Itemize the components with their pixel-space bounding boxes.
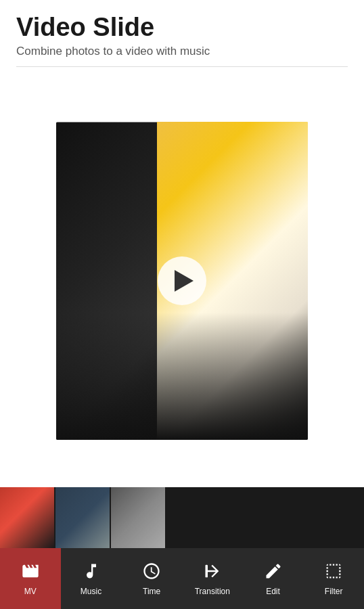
tool-time[interactable]: Time — [121, 548, 182, 609]
tool-filter[interactable]: Filter — [303, 548, 364, 609]
tool-transition[interactable]: Transition — [182, 548, 243, 609]
thumbnail-strip — [0, 487, 364, 548]
video-container — [0, 75, 364, 487]
tool-mv[interactable]: MV — [0, 548, 61, 609]
edit-icon — [264, 562, 283, 583]
thumb-inner-1 — [0, 487, 54, 548]
header-divider — [16, 66, 348, 67]
play-icon — [175, 270, 194, 292]
filter-icon — [324, 562, 343, 583]
video-player[interactable] — [56, 122, 308, 440]
thumbnail-2[interactable] — [55, 487, 110, 548]
tool-edit[interactable]: Edit — [243, 548, 304, 609]
music-label: Music — [81, 587, 101, 596]
bottom-toolbar: MV Music Time Transition — [0, 548, 364, 609]
app-title: Video Slide — [16, 14, 348, 42]
transition-icon — [203, 562, 222, 583]
time-icon — [142, 562, 161, 583]
play-button[interactable] — [158, 256, 206, 305]
tool-music[interactable]: Music — [61, 548, 122, 609]
thumbnail-1[interactable] — [0, 487, 54, 548]
mv-label: MV — [24, 587, 37, 596]
edit-label: Edit — [266, 587, 280, 596]
thumb-inner-2 — [55, 487, 110, 548]
transition-label: Transition — [195, 587, 230, 596]
filter-label: Filter — [325, 587, 343, 596]
thumb-inner-3 — [111, 487, 165, 548]
video-dark-overlay — [56, 313, 308, 440]
mv-icon — [21, 562, 40, 583]
time-label: Time — [143, 587, 160, 596]
svg-rect-0 — [205, 564, 208, 577]
app-header: Video Slide Combine photos to a video wi… — [0, 0, 364, 75]
app-subtitle: Combine photos to a video with music — [16, 45, 348, 58]
thumbnail-3[interactable] — [111, 487, 165, 548]
music-icon — [82, 562, 101, 583]
